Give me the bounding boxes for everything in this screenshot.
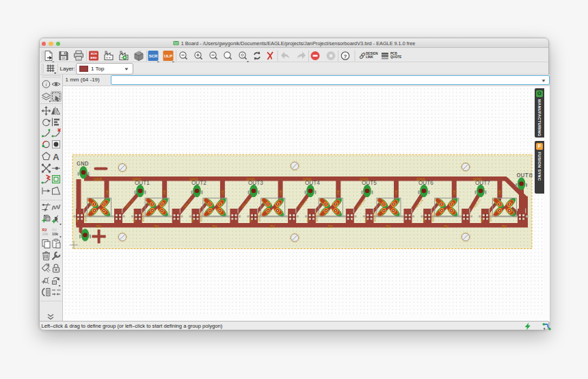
svg-text:5V: 5V [444,224,449,228]
svg-text:GND: GND [360,177,368,181]
svg-text:MSP430: MSP430 [490,212,492,222]
svg-text:GND: GND [280,190,282,196]
svg-text:OUT8: OUT8 [517,172,533,179]
svg-text:GND: GND [222,190,224,196]
svg-text:GND: GND [189,177,198,181]
svg-text:5V: 5V [212,224,217,228]
svg-text:5V: 5V [502,224,507,228]
svg-text:ULP: ULP [164,53,172,57]
svg-text:GND: GND [106,190,109,196]
svg-text:MSP430: MSP430 [432,212,435,222]
svg-text:GND: GND [303,177,311,181]
svg-text:220: 220 [75,218,79,222]
svg-text:GND: GND [77,160,89,168]
svg-text:220: 220 [364,218,368,222]
svg-text:220: 220 [133,218,136,222]
svg-text:5V: 5V [386,224,391,228]
svg-text:BRD: BRD [90,56,96,60]
svg-text:5V: 5V [270,224,275,228]
svg-text:10k: 10k [42,232,49,236]
svg-text:5V: 5V [155,224,159,228]
svg-text:SCR: SCR [149,53,158,57]
svg-text:SCH: SCH [90,51,96,55]
svg-text:GND: GND [94,177,102,181]
svg-text:MSP430: MSP430 [374,212,377,222]
svg-text:220: 220 [423,218,426,222]
svg-text:GND: GND [453,190,456,196]
svg-text:220: 220 [249,218,252,222]
svg-text:5V: 5V [328,224,333,228]
svg-text:LINK: LINK [366,55,373,58]
svg-text:GND: GND [133,177,141,181]
svg-text:MSP430: MSP430 [142,212,145,222]
svg-text:i: i [45,81,46,88]
svg-text:MSP430: MSP430 [200,212,203,222]
svg-text:MSP430: MSP430 [258,212,261,222]
svg-text:Layer:: Layer: [60,66,75,72]
svg-text:MSP430: MSP430 [85,212,88,222]
svg-text:220: 220 [191,218,194,222]
svg-text:GND: GND [163,190,166,196]
svg-text:GND: GND [416,177,425,181]
svg-text:GND: GND [473,177,481,181]
svg-text:GND: GND [498,190,501,196]
svg-text:10k: 10k [52,232,59,236]
svg-text:GND: GND [395,190,398,196]
svg-text:QUOTE: QUOTE [390,55,401,58]
svg-text:5V: 5V [96,224,101,228]
svg-text:?: ? [344,53,347,59]
svg-text:220: 220 [480,218,483,222]
svg-text:A: A [53,152,59,162]
svg-text:GND: GND [337,190,340,196]
svg-text:GND: GND [246,177,254,181]
svg-text:MSP430: MSP430 [316,212,319,222]
svg-text:220: 220 [306,218,310,222]
